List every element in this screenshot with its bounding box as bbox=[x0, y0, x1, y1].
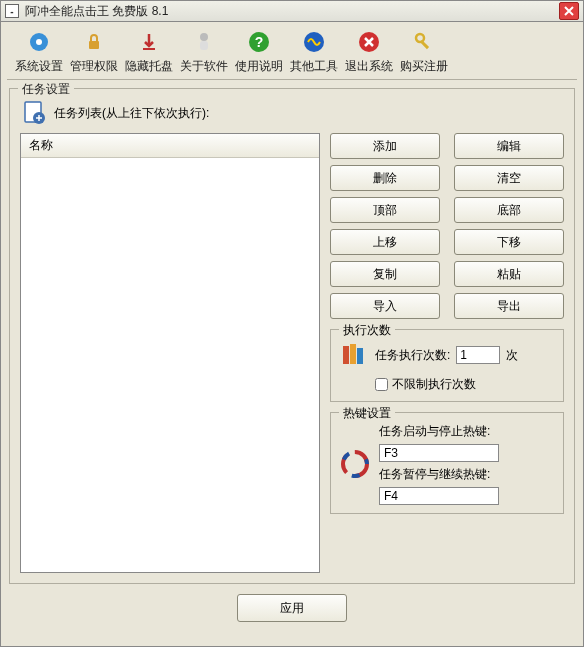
svg-point-4 bbox=[200, 33, 208, 41]
document-icon bbox=[20, 99, 48, 127]
svg-rect-14 bbox=[343, 346, 349, 364]
workarea: 系统设置管理权限隐藏托盘关于软件?使用说明其他工具退出系统购买注册 任务设置 任… bbox=[0, 22, 584, 647]
svg-rect-15 bbox=[350, 344, 356, 364]
toolbar-about[interactable]: 关于软件 bbox=[176, 26, 231, 77]
help-icon: ? bbox=[245, 28, 273, 56]
rotate-icon bbox=[339, 448, 371, 480]
import-button[interactable]: 导入 bbox=[330, 293, 440, 319]
exec-count-input[interactable] bbox=[456, 346, 500, 364]
task-listbox[interactable]: 名称 bbox=[20, 133, 320, 573]
toolbar-perm[interactable]: 管理权限 bbox=[66, 26, 121, 77]
export-button[interactable]: 导出 bbox=[454, 293, 564, 319]
hotkey-pause-label: 任务暂停与继续热键: bbox=[379, 466, 555, 483]
toolbar-hide-tray[interactable]: 隐藏托盘 bbox=[121, 26, 176, 77]
exec-suffix: 次 bbox=[506, 347, 518, 364]
toolbar-other[interactable]: 其他工具 bbox=[286, 26, 341, 77]
paste-button[interactable]: 粘贴 bbox=[454, 261, 564, 287]
hotkey-pause-input[interactable] bbox=[379, 487, 499, 505]
window-title: 阿冲全能点击王 免费版 8.1 bbox=[25, 3, 559, 20]
hotkey-group: 热键设置 任务启动与停止热键: 任务暂停与继续热键: bbox=[330, 412, 564, 514]
unlimited-row: 不限制执行次数 bbox=[375, 376, 555, 393]
titlebar: 阿冲全能点击王 免费版 8.1 bbox=[0, 0, 584, 22]
task-settings-legend: 任务设置 bbox=[18, 81, 74, 98]
hotkey-legend: 热键设置 bbox=[339, 405, 395, 422]
toolbar: 系统设置管理权限隐藏托盘关于软件?使用说明其他工具退出系统购买注册 bbox=[1, 22, 583, 79]
toolbar-label: 关于软件 bbox=[180, 58, 228, 75]
add-button[interactable]: 添加 bbox=[330, 133, 440, 159]
task-settings-group: 任务设置 任务列表(从上往下依次执行): 名称 添加 编辑 删除 清空 顶部 底… bbox=[9, 88, 575, 584]
exec-label: 任务执行次数: bbox=[375, 347, 450, 364]
hotkey-start-label: 任务启动与停止热键: bbox=[379, 423, 555, 440]
about-icon bbox=[190, 28, 218, 56]
bottom-button[interactable]: 底部 bbox=[454, 197, 564, 223]
exec-row: 任务执行次数: 次 bbox=[339, 340, 555, 370]
svg-rect-3 bbox=[143, 48, 155, 50]
delete-button[interactable]: 删除 bbox=[330, 165, 440, 191]
toolbar-separator bbox=[7, 79, 577, 80]
svg-text:?: ? bbox=[254, 34, 263, 50]
toolbar-register[interactable]: 购买注册 bbox=[396, 26, 451, 77]
close-button[interactable] bbox=[559, 2, 579, 20]
svg-rect-11 bbox=[419, 40, 428, 49]
hotkey-body: 任务启动与停止热键: 任务暂停与继续热键: bbox=[339, 423, 555, 505]
copy-button[interactable]: 复制 bbox=[330, 261, 440, 287]
hide-tray-icon bbox=[135, 28, 163, 56]
top-button[interactable]: 顶部 bbox=[330, 197, 440, 223]
book-icon bbox=[339, 340, 369, 370]
apply-button[interactable]: 应用 bbox=[237, 594, 347, 622]
toolbar-label: 系统设置 bbox=[15, 58, 63, 75]
right-column: 添加 编辑 删除 清空 顶部 底部 上移 下移 复制 粘贴 导入 导出 执行次数 bbox=[330, 133, 564, 573]
register-icon bbox=[410, 28, 438, 56]
svg-point-1 bbox=[36, 39, 42, 45]
svg-rect-16 bbox=[357, 348, 363, 364]
unlimited-checkbox[interactable] bbox=[375, 378, 388, 391]
hotkey-fields: 任务启动与停止热键: 任务暂停与继续热键: bbox=[379, 423, 555, 505]
tasklist-header: 任务列表(从上往下依次执行): bbox=[20, 99, 564, 127]
clear-button[interactable]: 清空 bbox=[454, 165, 564, 191]
toolbar-label: 使用说明 bbox=[235, 58, 283, 75]
toolbar-label: 管理权限 bbox=[70, 58, 118, 75]
svg-rect-5 bbox=[200, 41, 208, 50]
main-row: 名称 添加 编辑 删除 清空 顶部 底部 上移 下移 复制 粘贴 导入 导出 bbox=[20, 133, 564, 573]
system-menu-icon[interactable] bbox=[5, 4, 19, 18]
exit-icon bbox=[355, 28, 383, 56]
svg-rect-2 bbox=[89, 41, 99, 49]
tasklist-label: 任务列表(从上往下依次执行): bbox=[54, 105, 209, 122]
sys-settings-icon bbox=[25, 28, 53, 56]
toolbar-label: 购买注册 bbox=[400, 58, 448, 75]
exec-count-legend: 执行次数 bbox=[339, 322, 395, 339]
down-button[interactable]: 下移 bbox=[454, 229, 564, 255]
toolbar-label: 退出系统 bbox=[345, 58, 393, 75]
perm-icon bbox=[80, 28, 108, 56]
unlimited-label: 不限制执行次数 bbox=[392, 376, 476, 393]
up-button[interactable]: 上移 bbox=[330, 229, 440, 255]
hotkey-start-input[interactable] bbox=[379, 444, 499, 462]
edit-button[interactable]: 编辑 bbox=[454, 133, 564, 159]
apply-row: 应用 bbox=[1, 594, 583, 622]
toolbar-sys-settings[interactable]: 系统设置 bbox=[11, 26, 66, 77]
toolbar-help[interactable]: ?使用说明 bbox=[231, 26, 286, 77]
other-icon bbox=[300, 28, 328, 56]
exec-count-group: 执行次数 任务执行次数: 次 不限制执行次数 bbox=[330, 329, 564, 402]
button-grid: 添加 编辑 删除 清空 顶部 底部 上移 下移 复制 粘贴 导入 导出 bbox=[330, 133, 564, 319]
toolbar-label: 隐藏托盘 bbox=[125, 58, 173, 75]
column-header-name[interactable]: 名称 bbox=[21, 134, 319, 158]
close-icon bbox=[564, 6, 574, 16]
toolbar-exit[interactable]: 退出系统 bbox=[341, 26, 396, 77]
toolbar-label: 其他工具 bbox=[290, 58, 338, 75]
